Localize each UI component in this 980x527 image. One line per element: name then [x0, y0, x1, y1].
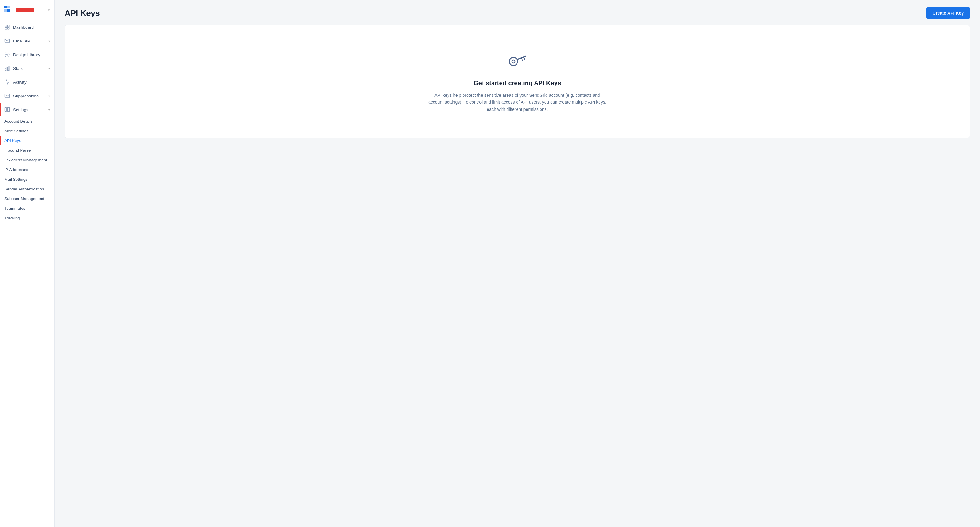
svg-rect-11 [7, 67, 8, 70]
design-icon [4, 52, 10, 57]
svg-point-9 [6, 54, 8, 56]
svg-rect-13 [5, 107, 6, 112]
page-header: API Keys Create API Key [55, 0, 980, 25]
subnav-ip-addresses[interactable]: IP Addresses [0, 165, 54, 175]
empty-state-card: Get started creating API Keys API keys h… [65, 25, 970, 138]
key-icon [506, 50, 528, 73]
settings-chevron-icon: ▾ [48, 108, 50, 111]
sidebar-logo[interactable]: ▾ [0, 0, 54, 20]
suppressions-chevron-icon: ▾ [48, 94, 50, 98]
suppressions-icon [4, 93, 10, 99]
activity-icon [4, 79, 10, 85]
svg-rect-5 [8, 25, 10, 27]
settings-sub-nav: Account Details Alert Settings API Keys … [0, 116, 54, 223]
svg-line-20 [521, 58, 522, 60]
settings-icon [4, 107, 10, 112]
subnav-mail-settings[interactable]: Mail Settings [0, 175, 54, 184]
grid-icon [4, 24, 10, 30]
empty-state-description: API keys help protect the sensitive area… [427, 92, 608, 113]
svg-line-19 [523, 57, 525, 59]
sidebar-item-stats[interactable]: Stats ▾ [0, 62, 54, 75]
sidebar-item-stats-label: Stats [13, 66, 23, 71]
stats-icon [4, 65, 10, 71]
sidebar-item-settings[interactable]: Settings ▾ [0, 103, 54, 116]
subnav-account-details[interactable]: Account Details [0, 116, 54, 126]
subnav-ip-access-management[interactable]: IP Access Management [0, 155, 54, 165]
logo-chevron-icon: ▾ [48, 8, 50, 12]
svg-rect-3 [8, 9, 10, 11]
sidebar-item-suppressions[interactable]: Suppressions ▾ [0, 89, 54, 103]
svg-point-16 [509, 57, 517, 65]
empty-state-title: Get started creating API Keys [474, 80, 561, 87]
subnav-sender-authentication[interactable]: Sender Authentication [0, 184, 54, 194]
svg-rect-0 [4, 6, 7, 8]
svg-rect-6 [5, 28, 6, 29]
main-content: API Keys Create API Key Get started crea… [55, 0, 980, 527]
svg-rect-12 [8, 66, 10, 70]
svg-rect-2 [4, 9, 7, 11]
svg-point-17 [512, 60, 515, 63]
svg-rect-15 [8, 107, 10, 112]
sidebar-item-dashboard[interactable]: Dashboard [0, 20, 54, 34]
sendgrid-logo-icon [4, 6, 13, 14]
subnav-inbound-parse[interactable]: Inbound Parse [0, 145, 54, 155]
page-title: API Keys [65, 8, 100, 18]
sidebar-item-suppressions-label: Suppressions [13, 94, 39, 98]
brand-bar [16, 8, 34, 12]
svg-rect-14 [6, 107, 8, 112]
sidebar-item-activity-label: Activity [13, 80, 27, 84]
sidebar-item-email-label: Email API [13, 39, 32, 43]
svg-rect-4 [5, 25, 6, 27]
email-chevron-icon: ▾ [48, 39, 50, 43]
sidebar-item-activity[interactable]: Activity [0, 75, 54, 89]
sidebar-item-dashboard-label: Dashboard [13, 25, 34, 30]
subnav-subuser-management[interactable]: Subuser Management [0, 194, 54, 204]
svg-rect-7 [8, 28, 10, 29]
key-svg-icon [506, 50, 528, 72]
svg-rect-1 [8, 6, 10, 8]
stats-chevron-icon: ▾ [48, 67, 50, 70]
sidebar: ▾ Dashboard Email API ▾ Design Library S… [0, 0, 55, 527]
create-api-key-button[interactable]: Create API Key [926, 8, 970, 19]
subnav-tracking[interactable]: Tracking [0, 213, 54, 223]
sidebar-item-design-library[interactable]: Design Library [0, 48, 54, 62]
sidebar-item-design-label: Design Library [13, 53, 40, 57]
svg-rect-10 [5, 68, 6, 70]
sidebar-item-settings-label: Settings [13, 107, 29, 112]
subnav-api-keys[interactable]: API Keys [0, 136, 54, 145]
sidebar-item-email-api[interactable]: Email API ▾ [0, 34, 54, 48]
subnav-teammates[interactable]: Teammates [0, 204, 54, 213]
subnav-alert-settings[interactable]: Alert Settings [0, 126, 54, 136]
email-icon [4, 38, 10, 44]
